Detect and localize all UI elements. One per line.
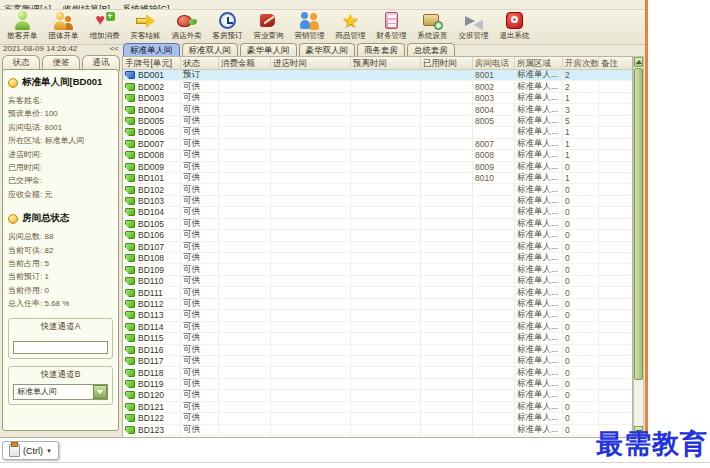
status-panel: 标准单人间[BD001 宾客姓名: 预设单价: 100房间电话: 8001所在区… [2, 69, 119, 431]
goods-star-icon [341, 11, 361, 31]
toolbar-button-label: 交班管理 [453, 31, 494, 40]
exit-power-icon [505, 11, 525, 31]
toolbar-button[interactable]: 宾客结账 [125, 11, 166, 40]
toolbar-button[interactable]: 营业查询 [248, 11, 289, 40]
toolbar-button[interactable]: 财务管理 [371, 11, 412, 40]
paste-options-chip[interactable]: (Ctrl) ▼ [2, 441, 59, 460]
column-header[interactable]: 开房次数 [563, 57, 599, 69]
toolbar-button[interactable]: 营销管理 [289, 11, 330, 40]
column-header[interactable]: 备注 [599, 57, 632, 69]
toolbar-button-label: 散客开单 [2, 31, 43, 40]
sidebar-collapse-button[interactable]: << [110, 44, 119, 53]
add-consumption-icon [95, 11, 115, 31]
table-row[interactable]: BD118 可供 标准单人... 0 [123, 367, 632, 378]
table-row[interactable]: BD107 可供 标准单人... 0 [123, 242, 632, 253]
table-row[interactable]: BD116 可供 标准单人... 0 [123, 345, 632, 356]
toolbar-button-label: 增加消费 [84, 31, 125, 40]
quick-channel-b-group: 快速通道B 标准单人间 [8, 366, 113, 405]
menu-item[interactable]: 系统维护[C] [122, 3, 170, 10]
room-status-flag-icon [125, 106, 135, 114]
toolbar-button[interactable]: 退出系统 [494, 11, 535, 40]
total-status-field: 当前占用: 5 [8, 257, 113, 270]
table-row[interactable]: BD111 可供 标准单人... 0 [123, 287, 632, 298]
business-query-icon [259, 11, 279, 31]
vertical-scrollbar[interactable] [633, 56, 644, 437]
scroll-thumb[interactable] [634, 68, 643, 380]
table-row[interactable]: BD113 可供 标准单人... 0 [123, 310, 632, 321]
table-row[interactable]: BD109 可供 标准单人... 0 [123, 264, 632, 275]
table-row[interactable]: BD001 预订 8001 标准单人... 2 [123, 70, 632, 81]
room-status-flag-icon [125, 323, 135, 331]
room-status-flag-icon [125, 266, 135, 274]
table-body: BD001 预订 8001 标准单人... 2 BD002 可供 [123, 70, 632, 436]
table-row[interactable]: BD122 可供 标准单人... 0 [123, 413, 632, 424]
toolbar-button[interactable]: 交班管理 [453, 11, 494, 40]
table-row[interactable]: BD004 可供 8004 标准单人... 3 [123, 104, 632, 115]
quick-channel-a-input[interactable] [13, 341, 108, 354]
quick-channel-b-value: 标准单人间 [17, 386, 57, 397]
toolbar-button-label: 客房预订 [207, 31, 248, 40]
chevron-down-icon[interactable] [93, 385, 107, 399]
table-row[interactable]: BD115 可供 标准单人... 0 [123, 333, 632, 344]
table-row[interactable]: BD105 可供 标准单人... 0 [123, 219, 632, 230]
toolbar-button[interactable]: 客房预订 [207, 11, 248, 40]
column-header[interactable]: 所属区域 [515, 57, 563, 69]
room-status-flag-icon [125, 277, 135, 285]
quick-channel-b-select[interactable]: 标准单人间 [13, 384, 108, 400]
table-row[interactable]: BD108 可供 标准单人... 0 [123, 253, 632, 264]
table-row[interactable]: BD112 可供 标准单人... 0 [123, 299, 632, 310]
toolbar-button[interactable]: 商品管理 [330, 11, 371, 40]
table-row[interactable]: BD003 可供 8003 标准单人... 1 [123, 93, 632, 104]
quick-channel-b-label: 快速通道B [13, 369, 108, 381]
toolbar-button[interactable]: 酒店外卖 [166, 11, 207, 40]
table-row[interactable]: BD007 可供 8007 标准单人... 1 [123, 139, 632, 150]
table-row[interactable]: BD005 可供 8005 标准单人... 5 [123, 116, 632, 127]
table-row[interactable]: BD117 可供 标准单人... 0 [123, 356, 632, 367]
toolbar-button[interactable]: 散客开单 [2, 11, 43, 40]
table-row[interactable]: BD106 可供 标准单人... 0 [123, 230, 632, 241]
room-info-field: 已用时间: [8, 161, 113, 174]
room-info-field: 房间电话: 8001 [8, 121, 113, 134]
total-status-title: 房间总状态 [22, 212, 70, 225]
table-row[interactable]: BD104 可供 标准单人... 0 [123, 207, 632, 218]
table-row[interactable]: BD102 可供 标准单人... 0 [123, 184, 632, 195]
room-status-flag-icon [125, 186, 135, 194]
column-header[interactable]: 状态 [181, 57, 219, 69]
table-row[interactable]: BD103 可供 标准单人... 0 [123, 196, 632, 207]
column-header[interactable]: 手牌号[单元] [123, 57, 181, 69]
room-status-flag-icon [125, 128, 135, 136]
column-header[interactable]: 消费金额 [219, 57, 271, 69]
room-status-flag-icon [125, 117, 135, 125]
table-row[interactable]: BD123 可供 标准单人... 0 [123, 425, 632, 436]
table-row[interactable]: BD008 可供 8008 标准单人... 1 [123, 150, 632, 161]
table-row[interactable]: BD009 可供 8009 标准单人... 0 [123, 162, 632, 173]
quick-channel-a-label: 快速通道A [13, 321, 108, 333]
column-header[interactable]: 进店时间 [271, 57, 351, 69]
table-row[interactable]: BD002 可供 8002 标准单人... 2 [123, 81, 632, 92]
table-row[interactable]: BD121 可供 标准单人... 0 [123, 402, 632, 413]
table-row[interactable]: BD006 可供 标准单人... 1 [123, 127, 632, 138]
toolbar-button[interactable]: 团体开单 [43, 11, 84, 40]
quick-channel-a-group: 快速通道A [8, 318, 113, 359]
toolbar-button[interactable]: 系统设置 [412, 11, 453, 40]
table-row[interactable]: BD114 可供 标准单人... 0 [123, 322, 632, 333]
column-header[interactable]: 已用时间 [421, 57, 473, 69]
table-row[interactable]: BD110 可供 标准单人... 0 [123, 276, 632, 287]
room-info-field: 应收金额: 元 [8, 188, 113, 201]
toolbar-button-label: 退出系统 [494, 31, 535, 40]
toolbar-button[interactable]: 增加消费 [84, 11, 125, 40]
table-row[interactable]: BD120 可供 标准单人... 0 [123, 390, 632, 401]
scroll-up-button[interactable] [634, 57, 643, 67]
column-header[interactable]: 预离时间 [351, 57, 421, 69]
hotel-app-window: 宾客管理[A]收银结算[B]系统维护[C] 散客开单 团体开单 增加消费 宾客结… [0, 0, 648, 438]
finance-icon [382, 11, 402, 31]
shift-change-icon [464, 11, 484, 31]
table-row[interactable]: BD119 可供 标准单人... 0 [123, 379, 632, 390]
table-row[interactable]: BD101 可供 8010 标准单人... 1 [123, 173, 632, 184]
table-header-row: 手牌号[单元]状态消费金额进店时间预离时间已用时间房间电话所属区域开房次数备注 [123, 57, 632, 70]
menu-item[interactable]: 收银结算[B] [63, 3, 110, 10]
room-status-flag-icon [125, 334, 135, 342]
menu-item[interactable]: 宾客管理[A] [4, 3, 51, 10]
toolbar-button-label: 财务管理 [371, 31, 412, 40]
column-header[interactable]: 房间电话 [473, 57, 515, 69]
